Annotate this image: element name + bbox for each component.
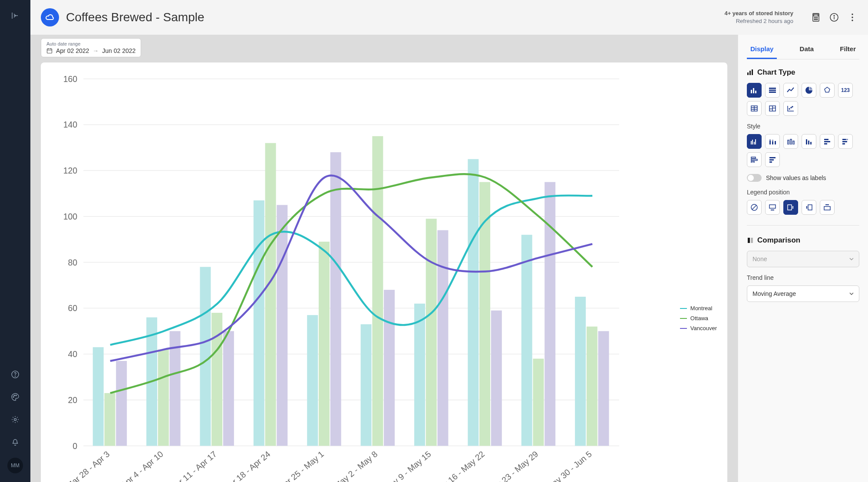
header-meta: 4+ years of stored history Refreshed 2 h… (724, 10, 793, 25)
style-hbar-2[interactable] (838, 134, 853, 149)
svg-point-16 (851, 13, 853, 15)
svg-rect-52 (330, 152, 341, 446)
tab-filter[interactable]: Filter (836, 40, 859, 59)
svg-rect-38 (93, 347, 104, 446)
svg-rect-96 (769, 141, 771, 144)
config-panel: Display Data Filter Chart Type 123 (738, 35, 868, 482)
date-from: Apr 02 2022 (56, 47, 89, 54)
arrow-right-icon: → (92, 47, 99, 54)
svg-text:May 16 - May 22: May 16 - May 22 (432, 449, 486, 482)
settings-icon[interactable] (8, 413, 22, 426)
svg-rect-110 (842, 139, 846, 140)
show-values-label: Show values as labels (766, 174, 826, 181)
chart-type-table[interactable] (747, 101, 762, 116)
svg-rect-63 (533, 359, 544, 446)
date-range-label: Auto date range (46, 41, 135, 46)
legend-right[interactable] (783, 200, 798, 215)
chart-type-pie[interactable] (802, 83, 816, 98)
svg-rect-93 (752, 140, 753, 144)
svg-rect-114 (751, 157, 756, 158)
trend-line-label: Trend line (747, 274, 859, 281)
svg-rect-113 (842, 143, 845, 144)
chart-type-number[interactable]: 123 (838, 83, 853, 98)
svg-point-89 (789, 108, 790, 109)
bar-chart-icon (747, 69, 754, 76)
legend-none[interactable] (747, 200, 762, 215)
svg-rect-115 (751, 159, 757, 161)
show-values-toggle[interactable] (747, 174, 762, 182)
legend-top[interactable] (820, 200, 835, 215)
style-stacked-bar[interactable] (765, 134, 780, 149)
nav-sidebar: MM (0, 0, 30, 482)
svg-text:May 23 - May 29: May 23 - May 29 (486, 449, 540, 482)
chart-type-stacked-bar[interactable] (765, 83, 780, 98)
svg-rect-121 (769, 205, 776, 208)
calculator-icon[interactable] (811, 12, 821, 23)
chart-type-radar[interactable] (820, 83, 835, 98)
chart-type-bar[interactable] (747, 83, 762, 98)
svg-text:May 9 - May 15: May 9 - May 15 (382, 449, 432, 482)
trend-line-select[interactable]: Moving Average (747, 285, 859, 302)
svg-rect-7 (814, 14, 818, 16)
svg-point-12 (815, 19, 816, 20)
svg-rect-51 (319, 242, 330, 446)
svg-rect-104 (806, 139, 807, 144)
comparison-select[interactable]: None (747, 251, 859, 267)
legend-left[interactable] (802, 200, 816, 215)
svg-rect-95 (755, 139, 756, 144)
svg-rect-118 (769, 159, 774, 161)
chart-type-treemap[interactable] (765, 101, 780, 116)
svg-rect-57 (426, 219, 437, 446)
svg-rect-86 (769, 92, 776, 93)
tab-display[interactable]: Display (747, 40, 777, 59)
chart-type-line[interactable] (783, 83, 798, 98)
svg-rect-47 (254, 200, 264, 446)
chart-type-scatter[interactable] (783, 101, 798, 116)
svg-rect-66 (587, 327, 597, 446)
info-icon[interactable] (829, 12, 839, 23)
refreshed-text: Refreshed 2 hours ago (724, 17, 793, 25)
style-outlined-bar[interactable] (783, 134, 798, 149)
svg-point-3 (14, 395, 15, 396)
svg-rect-106 (810, 142, 812, 144)
style-hbar-1[interactable] (820, 134, 835, 149)
svg-rect-92 (751, 141, 752, 144)
date-range-picker[interactable]: Auto date range Apr 02 2022 → Jun 02 202… (41, 38, 141, 57)
svg-rect-54 (372, 136, 383, 446)
more-icon[interactable] (847, 12, 858, 23)
svg-rect-81 (751, 90, 752, 93)
svg-rect-124 (824, 207, 830, 210)
legend-position-label: Legend position (747, 189, 859, 196)
style-sorted-bar[interactable] (802, 134, 816, 149)
palette-icon[interactable] (8, 390, 22, 404)
svg-rect-84 (769, 88, 776, 89)
svg-text:0: 0 (73, 441, 77, 451)
svg-point-2 (13, 397, 14, 397)
svg-rect-111 (846, 139, 848, 140)
svg-rect-50 (307, 315, 318, 446)
chevron-down-icon (849, 258, 854, 260)
expand-sidebar-icon[interactable] (8, 9, 22, 23)
tab-data[interactable]: Data (796, 40, 818, 59)
style-hbar-3[interactable] (747, 152, 762, 167)
svg-rect-117 (769, 157, 776, 158)
chart-type-title: Chart Type (747, 68, 859, 77)
style-hbar-4[interactable] (765, 152, 780, 167)
svg-text:100: 100 (63, 212, 78, 221)
svg-rect-58 (437, 230, 448, 446)
svg-rect-56 (414, 304, 425, 446)
svg-rect-65 (575, 297, 586, 446)
svg-rect-78 (747, 72, 749, 75)
legend-bottom[interactable] (765, 200, 780, 215)
svg-rect-80 (752, 69, 753, 75)
svg-point-9 (815, 17, 816, 18)
svg-text:Apr 25 - May 1: Apr 25 - May 1 (277, 449, 325, 482)
notifications-icon[interactable] (8, 435, 22, 449)
svg-rect-64 (545, 182, 555, 446)
user-avatar[interactable]: MM (7, 458, 23, 473)
svg-rect-19 (47, 49, 52, 53)
style-grouped-bar[interactable] (747, 134, 762, 149)
svg-rect-112 (842, 141, 847, 142)
svg-text:120: 120 (63, 166, 78, 175)
help-icon[interactable] (8, 367, 22, 381)
